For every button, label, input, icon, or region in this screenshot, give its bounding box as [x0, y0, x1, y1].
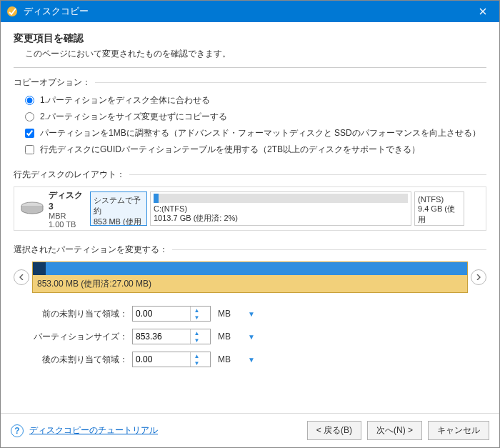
partition-tile[interactable]: (NTFS) 9.4 GB (使用	[414, 191, 464, 226]
disk-copy-window: ディスクコピー 変更項目を確認 このページにおいて変更されたものを確認できます。…	[0, 0, 500, 448]
partition-size-label: パーティションサイズ：	[14, 331, 128, 343]
radio-no-resize-input[interactable]	[25, 112, 34, 121]
page-title: 変更項目を確認	[14, 32, 486, 45]
partition-used-inner	[33, 262, 46, 275]
unit-label: MB	[215, 354, 244, 364]
disk-layout-box: ディスク 3 MBR 1.00 TB システムで予約 853 MB (使用 C:…	[14, 186, 486, 231]
check-guid-gpt-input[interactable]	[25, 145, 34, 154]
before-unalloc-input-wrap: ▲ ▼	[132, 306, 211, 322]
spin-up[interactable]: ▲	[191, 329, 203, 337]
radio-fit-whole-disk-input[interactable]	[25, 96, 34, 105]
unit-label: MB	[215, 332, 244, 342]
disk-name: ディスク 3	[49, 189, 86, 211]
scroll-right-button[interactable]	[471, 269, 486, 285]
unit-label: MB	[215, 309, 244, 319]
check-label: 行先ディスクにGUIDパーティションテーブルを使用する（2TB以上のディスクをサ…	[40, 144, 420, 156]
partition-summary: 853.00 MB (使用済:27.00 MB)	[33, 275, 467, 292]
back-button[interactable]: < 戻る(B)	[307, 421, 361, 440]
help-icon: ?	[11, 424, 24, 437]
dest-layout-group: 行先ディスクのレイアウト： ディスク 3 MBR 1.00 TB	[14, 169, 486, 231]
before-unalloc-input[interactable]	[133, 307, 190, 321]
divider	[172, 249, 486, 250]
partition-resize-top	[33, 262, 467, 275]
divider	[95, 82, 486, 83]
spin-up[interactable]: ▲	[191, 307, 203, 314]
next-button[interactable]: 次へ(N) >	[367, 421, 422, 440]
window-title: ディスクコピー	[24, 5, 466, 18]
partition-size: 853 MB (使用	[94, 216, 144, 226]
check-label: パーティションを1MBに調整する（アドバンスド・フォーマットディスクと SSDの…	[40, 127, 481, 139]
scroll-left-button[interactable]	[14, 269, 29, 285]
content-area: 変更項目を確認 このページにおいて変更されたものを確認できます。 コピーオプショ…	[1, 22, 499, 413]
disk-size: 1.00 TB	[49, 220, 86, 229]
page-subtitle: このページにおいて変更されたものを確認できます。	[25, 48, 486, 60]
tutorial-link[interactable]: ディスクコピーのチュートリアル	[29, 424, 301, 437]
check-align-1mb-input[interactable]	[25, 129, 34, 138]
copy-options-label: コピーオプション：	[14, 76, 91, 89]
after-unalloc-input-wrap: ▲ ▼	[132, 352, 211, 367]
partition-name: C:(NTFS)	[154, 204, 408, 213]
partition-name: システムで予約	[94, 195, 144, 216]
close-button[interactable]	[466, 1, 499, 22]
copy-options-group: コピーオプション： 1.パーティションをディスク全体に合わせる 2.パーティショ…	[14, 76, 486, 160]
partition-resize-bar[interactable]: 853.00 MB (使用済:27.00 MB)	[32, 262, 468, 293]
page-header: 変更項目を確認 このページにおいて変更されたものを確認できます。	[14, 32, 486, 64]
spin-up[interactable]: ▲	[191, 352, 203, 359]
radio-no-resize[interactable]: 2.パーティションをサイズ変更せずにコピーする	[25, 111, 486, 123]
disk-info: ディスク 3 MBR 1.00 TB	[49, 189, 86, 229]
radio-label: 2.パーティションをサイズ変更せずにコピーする	[40, 111, 227, 123]
partition-size: 9.4 GB (使用	[418, 204, 461, 225]
footer: ? ディスクコピーのチュートリアル < 戻る(B) 次へ(N) > キャンセル	[1, 413, 499, 447]
partition-size: 1013.7 GB (使用済: 2%)	[154, 213, 408, 224]
unit-dropdown[interactable]: ▼	[248, 310, 262, 318]
selected-partition-group: 選択されたパーティションを変更する： 853.00 MB (使用済:27.00 …	[14, 244, 486, 367]
titlebar: ディスクコピー	[1, 1, 499, 22]
divider	[14, 67, 486, 68]
partition-name: (NTFS)	[418, 195, 461, 204]
dest-layout-label: 行先ディスクのレイアウト：	[14, 169, 125, 181]
disk-icon	[20, 201, 44, 216]
spin-down[interactable]: ▼	[191, 359, 203, 367]
copy-options-list: 1.パーティションをディスク全体に合わせる 2.パーティションをサイズ変更せずに…	[14, 94, 486, 156]
size-fields: 前の未割り当て領域： ▲ ▼ MB ▼ パーティションサイズ： ▲ ▼	[14, 306, 486, 367]
unit-dropdown[interactable]: ▼	[248, 356, 262, 364]
partition-bar	[154, 194, 408, 203]
app-icon	[6, 6, 18, 17]
divider	[129, 174, 486, 175]
partition-size-input-wrap: ▲ ▼	[132, 329, 211, 344]
unit-dropdown[interactable]: ▼	[248, 333, 262, 341]
spin-down[interactable]: ▼	[191, 314, 203, 321]
cancel-button[interactable]: キャンセル	[428, 421, 489, 440]
selected-partition-row: 853.00 MB (使用済:27.00 MB)	[14, 262, 486, 293]
selected-partition-label: 選択されたパーティションを変更する：	[14, 244, 168, 256]
partition-tile[interactable]: C:(NTFS) 1013.7 GB (使用済: 2%)	[150, 191, 411, 226]
spin-down[interactable]: ▼	[191, 337, 203, 344]
after-unalloc-label: 後の未割り当て領域：	[14, 354, 128, 366]
svg-point-0	[7, 6, 17, 16]
before-unalloc-label: 前の未割り当て領域：	[14, 308, 128, 320]
partition-tile[interactable]: システムで予約 853 MB (使用	[90, 191, 147, 226]
check-align-1mb[interactable]: パーティションを1MBに調整する（アドバンスド・フォーマットディスクと SSDの…	[25, 127, 486, 139]
partition-used	[154, 194, 159, 203]
after-unalloc-input[interactable]	[133, 352, 190, 367]
radio-fit-whole-disk[interactable]: 1.パーティションをディスク全体に合わせる	[25, 94, 486, 106]
disk-tile[interactable]: ディスク 3 MBR 1.00 TB	[19, 191, 87, 226]
partition-size-input[interactable]	[133, 329, 190, 344]
check-guid-gpt[interactable]: 行先ディスクにGUIDパーティションテーブルを使用する（2TB以上のディスクをサ…	[25, 144, 486, 156]
radio-label: 1.パーティションをディスク全体に合わせる	[40, 94, 210, 106]
disk-type: MBR	[49, 211, 86, 220]
